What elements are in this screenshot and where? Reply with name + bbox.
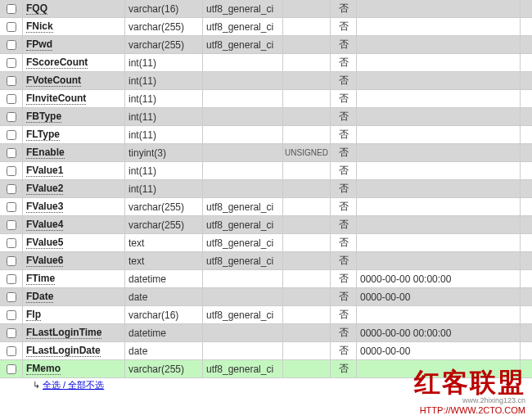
- column-name-link[interactable]: FValue3: [26, 201, 63, 213]
- column-type: varchar(255): [125, 198, 203, 215]
- column-name-link[interactable]: FMemo: [26, 363, 61, 375]
- column-name-link[interactable]: FValue5: [26, 237, 63, 249]
- column-name-link[interactable]: FQQ: [26, 2, 47, 15]
- column-collation: [203, 324, 283, 341]
- column-name-link[interactable]: FLastLoginDate: [26, 345, 101, 357]
- column-default: [357, 36, 521, 53]
- column-default: [357, 144, 521, 161]
- row-checkbox[interactable]: [7, 130, 16, 140]
- column-attributes: [283, 18, 331, 35]
- row-checkbox[interactable]: [7, 310, 16, 320]
- row-checkbox[interactable]: [7, 76, 16, 86]
- row-checkbox[interactable]: [7, 328, 16, 338]
- column-name-link[interactable]: FValue2: [26, 183, 63, 195]
- column-name-link[interactable]: FValue1: [26, 165, 63, 177]
- column-default: [357, 360, 521, 377]
- column-default: [357, 306, 521, 323]
- table-row: FValue6textutf8_general_ci否: [0, 252, 532, 270]
- column-name-link[interactable]: FEnable: [26, 147, 65, 159]
- row-checkbox-cell: [0, 342, 23, 359]
- row-checkbox[interactable]: [7, 364, 16, 374]
- column-name-cell: FValue5: [23, 234, 125, 251]
- column-attributes: [283, 0, 331, 17]
- column-type: varchar(255): [125, 216, 203, 233]
- row-checkbox[interactable]: [7, 4, 16, 14]
- row-checkbox[interactable]: [7, 292, 16, 302]
- column-name-link[interactable]: FValue4: [26, 219, 63, 231]
- column-default: [357, 108, 521, 125]
- table-row: FMemovarchar(255)utf8_general_ci否: [0, 360, 532, 378]
- row-checkbox[interactable]: [7, 184, 16, 194]
- column-name-link[interactable]: FIp: [26, 309, 41, 321]
- row-checkbox[interactable]: [7, 40, 16, 50]
- column-null: 否: [331, 108, 357, 125]
- column-name-cell: FInviteCount: [23, 90, 125, 107]
- column-name-cell: FMemo: [23, 360, 125, 377]
- table-row: FValue1int(11)否: [0, 162, 532, 180]
- column-collation: [203, 72, 283, 89]
- row-checkbox[interactable]: [7, 274, 16, 284]
- column-name-link[interactable]: FBType: [26, 111, 61, 123]
- table-row: FTimedatetime否0000-00-00 00:00:00: [0, 270, 532, 288]
- column-null: 否: [331, 90, 357, 107]
- column-name-link[interactable]: FValue6: [26, 255, 63, 267]
- row-checkbox[interactable]: [7, 58, 16, 68]
- column-collation: [203, 180, 283, 197]
- column-attributes: [283, 234, 331, 251]
- column-type: int(11): [125, 90, 203, 107]
- column-type: datetime: [125, 324, 203, 341]
- column-null: 否: [331, 144, 357, 161]
- row-checkbox[interactable]: [7, 148, 16, 158]
- column-collation: utf8_general_ci: [203, 216, 283, 233]
- column-type: int(11): [125, 54, 203, 71]
- column-collation: utf8_general_ci: [203, 252, 283, 269]
- column-type: varchar(255): [125, 18, 203, 35]
- column-name-cell: FValue2: [23, 180, 125, 197]
- column-collation: utf8_general_ci: [203, 360, 283, 377]
- column-name-link[interactable]: FTime: [26, 273, 55, 285]
- check-all-link[interactable]: 全选 / 全部不选: [43, 380, 104, 390]
- column-null: 否: [331, 270, 357, 287]
- column-default: [357, 198, 521, 215]
- column-null: 否: [331, 54, 357, 71]
- column-default: [357, 54, 521, 71]
- row-checkbox[interactable]: [7, 202, 16, 212]
- column-name-cell: FValue3: [23, 198, 125, 215]
- row-checkbox[interactable]: [7, 22, 16, 32]
- column-type: date: [125, 342, 203, 359]
- column-default: 0000-00-00: [357, 342, 521, 359]
- table-row: FNickvarchar(255)utf8_general_ci否: [0, 18, 532, 36]
- column-attributes: [283, 36, 331, 53]
- row-checkbox[interactable]: [7, 94, 16, 104]
- column-name-link[interactable]: FNick: [26, 20, 53, 33]
- row-checkbox-cell: [0, 90, 23, 107]
- column-type: int(11): [125, 108, 203, 125]
- column-name-link[interactable]: FLastLoginTime: [26, 327, 101, 339]
- column-attributes: [283, 270, 331, 287]
- column-name-cell: FLastLoginTime: [23, 324, 125, 341]
- column-name-cell: FPwd: [23, 36, 125, 53]
- column-name-link[interactable]: FScoreCount: [26, 56, 88, 69]
- row-checkbox[interactable]: [7, 112, 16, 122]
- row-checkbox-cell: [0, 72, 23, 89]
- column-collation: [203, 288, 283, 305]
- column-attributes: [283, 90, 331, 107]
- row-checkbox-cell: [0, 0, 23, 17]
- row-checkbox[interactable]: [7, 256, 16, 266]
- row-checkbox[interactable]: [7, 166, 16, 176]
- column-name-cell: FScoreCount: [23, 54, 125, 71]
- column-name-link[interactable]: FInviteCount: [26, 93, 86, 105]
- column-name-link[interactable]: FPwd: [26, 38, 52, 51]
- table-row: FLTypeint(11)否: [0, 126, 532, 144]
- column-type: varchar(255): [125, 36, 203, 53]
- column-name-link[interactable]: FDate: [26, 291, 53, 303]
- column-name-link[interactable]: FLType: [26, 129, 60, 141]
- row-checkbox[interactable]: [7, 220, 16, 230]
- column-default: [357, 72, 521, 89]
- row-checkbox[interactable]: [7, 346, 16, 356]
- table-row: FIpvarchar(16)utf8_general_ci否: [0, 306, 532, 324]
- column-name-link[interactable]: FVoteCount: [26, 75, 81, 87]
- row-checkbox-cell: [0, 324, 23, 341]
- column-attributes: [283, 288, 331, 305]
- row-checkbox[interactable]: [7, 238, 16, 248]
